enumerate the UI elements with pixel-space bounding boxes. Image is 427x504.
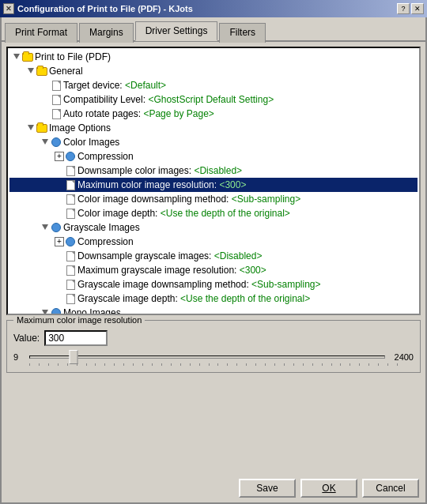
tree-item[interactable]: Grayscale Images (9, 220, 418, 235)
tree-item-label: Grayscale Images (63, 221, 140, 234)
tree-item[interactable]: Maximum grayscale image resolution: <300… (9, 263, 418, 277)
tree-item[interactable]: Grayscale image downsampling method: <Su… (9, 277, 418, 291)
tree-item-label: Print to File (PDF) (35, 51, 111, 63)
main-window: Print Format Margins Driver Settings Fil… (0, 17, 427, 504)
expand-icon[interactable] (25, 122, 36, 134)
doc-icon (65, 280, 76, 289)
tree-item-label: Compression (77, 235, 134, 248)
doc-icon (51, 109, 62, 118)
tree-item[interactable]: Auto rotate pages: <Page by Page> (9, 107, 418, 121)
tree-item-label: Color Images (63, 136, 119, 149)
expand-icon[interactable] (25, 66, 36, 77)
expand-icon[interactable]: + (54, 151, 65, 162)
value-input[interactable] (44, 330, 108, 346)
value-row: Value: (13, 330, 414, 346)
doc-icon (65, 265, 76, 275)
folder-icon (22, 52, 33, 62)
tree-item-label: Grayscale image depth: <Use the depth of… (77, 292, 310, 305)
tree-item-label: Color image depth: <Use the depth of the… (77, 207, 290, 220)
svg-marker-1 (28, 68, 34, 73)
expand-icon[interactable] (54, 279, 65, 290)
tree-item-label: Color image downsampling method: <Sub-sa… (77, 193, 300, 205)
tree-item[interactable]: Maximum color image resolution: <300> (9, 178, 418, 192)
expand-icon[interactable] (40, 137, 51, 148)
title-bar-text: Configuration of Print to File (PDF) - K… (17, 4, 193, 13)
svg-marker-0 (13, 54, 20, 59)
tree-item[interactable]: Color Images (9, 135, 418, 149)
footer: Save OK Cancel (2, 474, 425, 502)
tree-item-label: Downsample grayscale images: <Disabled> (77, 250, 262, 262)
tree-item-label: Image Options (49, 122, 111, 134)
tree-item-label: Grayscale image downsampling method: <Su… (77, 278, 321, 291)
tab-margins[interactable]: Margins (79, 23, 134, 43)
title-bar: ✕ Configuration of Print to File (PDF) -… (0, 0, 427, 17)
blue-circle-icon (51, 137, 62, 147)
tab-driver-settings[interactable]: Driver Settings (135, 21, 218, 41)
blue-circle-icon (51, 308, 62, 315)
expand-icon[interactable] (40, 80, 51, 91)
tab-bar: Print Format Margins Driver Settings Fil… (2, 17, 425, 42)
slider-track[interactable] (29, 355, 385, 359)
expand-icon[interactable] (40, 108, 51, 119)
slider-max: 2400 (388, 352, 414, 362)
tree-item[interactable]: +Compression (9, 235, 418, 249)
title-bar-buttons: ? ✕ (397, 3, 424, 14)
tree-item[interactable]: Grayscale image depth: <Use the depth of… (9, 291, 418, 306)
tree-item[interactable]: Color image depth: <Use the depth of the… (9, 206, 418, 220)
folder-icon (36, 66, 47, 76)
expand-icon[interactable] (54, 250, 65, 261)
expand-icon[interactable] (54, 293, 65, 304)
doc-icon (51, 81, 62, 90)
expand-icon[interactable]: + (54, 236, 65, 247)
doc-icon (65, 194, 76, 204)
help-button[interactable]: ? (397, 3, 410, 14)
ok-button[interactable]: OK (300, 479, 357, 498)
expand-icon[interactable] (54, 179, 65, 190)
doc-icon (65, 180, 76, 190)
blue-circle-icon (51, 223, 62, 232)
svg-marker-3 (42, 139, 48, 145)
tree-item[interactable]: General (9, 64, 418, 78)
expand-icon[interactable] (40, 94, 51, 105)
svg-marker-4 (42, 224, 48, 230)
tree-item-label: General (49, 65, 83, 77)
tree-item-label: Downsample color images: <Disabled> (77, 164, 242, 177)
cancel-button[interactable]: Cancel (362, 479, 419, 498)
save-button[interactable]: Save (239, 479, 296, 498)
doc-icon (51, 95, 62, 104)
tab-filters[interactable]: Filters (219, 23, 266, 43)
tab-print-format[interactable]: Print Format (5, 23, 77, 43)
folder-icon (36, 123, 47, 133)
tree-item[interactable]: Compatibility Level: <GhostScript Defaul… (9, 92, 418, 107)
blue-circle-icon (65, 152, 76, 161)
tree-item[interactable]: Print to File (PDF) (9, 50, 418, 64)
expand-icon[interactable] (40, 222, 51, 233)
tree-item-label: Mono Images (63, 307, 121, 315)
tree-item-label: Maximum color image resolution: <300> (77, 179, 246, 191)
doc-icon (65, 294, 76, 303)
tree-item[interactable]: Image Options (9, 121, 418, 135)
slider-thumb[interactable] (69, 350, 77, 364)
content-area: Print to File (PDF)GeneralTarget device:… (2, 42, 425, 474)
tree-item[interactable]: Mono Images (9, 306, 418, 315)
expand-icon[interactable] (54, 165, 65, 176)
tree-item[interactable]: Target device: <Default> (9, 78, 418, 92)
expand-icon[interactable] (54, 208, 65, 219)
expand-icon[interactable] (11, 51, 22, 62)
expand-icon[interactable] (54, 194, 65, 205)
svg-marker-2 (28, 125, 34, 130)
tree-item[interactable]: Downsample color images: <Disabled> (9, 164, 418, 178)
tree-item[interactable]: Color image downsampling method: <Sub-sa… (9, 192, 418, 206)
expand-icon[interactable] (54, 265, 65, 276)
close-button[interactable]: ✕ (411, 3, 424, 14)
tree-item-label: Maximum grayscale image resolution: <300… (77, 264, 266, 276)
doc-icon (65, 251, 76, 261)
tree-item-label: Compression (77, 150, 134, 163)
expand-icon[interactable] (40, 307, 51, 315)
tree-scroll[interactable]: Print to File (PDF)GeneralTarget device:… (6, 47, 421, 315)
slider-row: 9 2400 (13, 352, 414, 362)
tree-item[interactable]: Downsample grayscale images: <Disabled> (9, 249, 418, 263)
doc-icon (65, 209, 76, 218)
tree-item[interactable]: +Compression (9, 149, 418, 164)
tree-wrapper: Print to File (PDF)GeneralTarget device:… (6, 47, 421, 315)
